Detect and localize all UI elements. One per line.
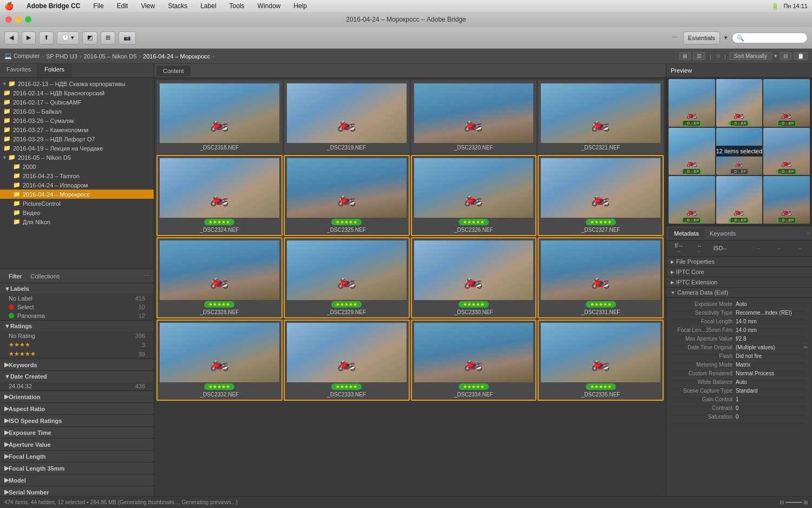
folder-item[interactable]: 📁 2016-02-14 – НДВ Красногорский	[0, 88, 154, 97]
thumb-dsc2329[interactable]: ⊞ 🏍️ ★★★★★ _DSC2329.NEF	[284, 237, 410, 318]
preview-thumb-4[interactable]: 🏍️ ★★★★★ _D...EF	[669, 128, 715, 175]
thumb-dsc2319[interactable]: 🏍️ _DSC2319.NEF	[284, 80, 410, 154]
favorites-tab[interactable]: Favorites	[0, 64, 38, 77]
essentials-button[interactable]: Essentials	[683, 31, 720, 44]
ratings-header[interactable]: ▼ Ratings	[0, 321, 154, 331]
folder-item[interactable]: ▼ 📁 2016-02-13 – НДВ Сказка корпоративы	[0, 79, 154, 88]
thumb-dsc2327[interactable]: ⊞ 🏍️ ★★★★★ _DSC2327.NEF	[538, 155, 664, 236]
search-input[interactable]	[732, 32, 808, 43]
folder-video[interactable]: 📁 Видео	[0, 208, 154, 217]
preview-thumb-8[interactable]: 🏍️ ★★★★★ _D...EF	[716, 176, 763, 224]
reveal-button[interactable]: ◩	[82, 31, 97, 44]
serial-header[interactable]: ▶ Serial Number	[0, 486, 154, 496]
folder-item[interactable]: 📁 2016-03 – Байкал	[0, 107, 154, 116]
thumb-dsc2326[interactable]: ⊞ 🏍️ ★★★★★ _DSC2326.NEF	[411, 155, 537, 236]
folder-tamron[interactable]: 📁 2016-04-23 – Tamron	[0, 171, 154, 180]
thumb-dsc2324[interactable]: ⊞ 🏍️ ★★★★★ _DSC2324.NEF	[156, 155, 283, 236]
preview-thumb-6[interactable]: 🏍️ ★★★★★ _D...EF	[763, 128, 810, 175]
focal35-header[interactable]: ▶ Focal Length 35mm	[0, 463, 154, 474]
thumb-dsc2331[interactable]: ⊞ 🏍️ ★★★★★ _DSC2331.NEF	[538, 237, 664, 318]
filter-select[interactable]: Select 10	[0, 303, 154, 311]
model-header[interactable]: ▶ Model	[0, 474, 154, 486]
back-button[interactable]: ◀	[4, 31, 18, 44]
thumb-dsc2333[interactable]: ⊞ 🏍️ ★★★★★ _DSC2333.NEF	[284, 320, 410, 401]
list-view-button[interactable]: ☰	[693, 52, 705, 60]
labels-header[interactable]: ▼ Labels	[0, 283, 154, 294]
forward-button[interactable]: ▶	[22, 31, 36, 44]
folder-item[interactable]: 📁 2016-02-17 – QubicaAMF	[0, 97, 154, 107]
recent-button[interactable]: 🕐 ▾	[57, 31, 79, 44]
menu-help[interactable]: Help	[291, 2, 309, 10]
focal-header[interactable]: ▶ Focal Length	[0, 451, 154, 462]
thumb-dsc2318[interactable]: 🏍️ _DSC2318.NEF	[156, 80, 283, 154]
date-created-header[interactable]: ▼ Date Created	[0, 371, 154, 382]
exposure-header[interactable]: ▶ Exposure Time	[0, 427, 154, 438]
up-button[interactable]: ⬆	[39, 31, 54, 44]
iptc-extension-header[interactable]: ▶ IPTC Extension	[666, 277, 812, 288]
menu-file[interactable]: File	[91, 2, 106, 10]
thumbnail-view-button[interactable]: ⊞	[679, 52, 691, 60]
thumb-dsc2335[interactable]: ⊞ 🏍️ ★★★★★ _DSC2335.NEF	[538, 320, 664, 401]
keywords-tab[interactable]: Keywords	[704, 228, 741, 239]
preview-thumb-1[interactable]: 🏍️ ★★★★★ _D...EF	[669, 79, 715, 127]
thumb-dsc2334[interactable]: ⊞ 🏍️ ★★★★★ _DSC2334.NEF	[411, 320, 537, 401]
orientation-header[interactable]: ▶ Orientation	[0, 391, 154, 402]
filter-5stars[interactable]: ★★★★★ 39	[0, 349, 154, 359]
sort-button[interactable]: Sort Manually	[729, 52, 772, 60]
open-button[interactable]: ⊞	[101, 31, 115, 44]
breadcrumb-computer[interactable]: 💻 Computer	[4, 53, 40, 60]
filter-date-value[interactable]: 24.04.32 438	[0, 382, 154, 390]
content-tab[interactable]: Content	[156, 66, 191, 76]
menu-bridge[interactable]: Adobe Bridge CC	[24, 2, 82, 10]
camera-button[interactable]: 📷	[119, 31, 136, 44]
folder-2000[interactable]: 📁 2000	[0, 162, 154, 171]
filter-no-label[interactable]: No Label 416	[0, 294, 154, 303]
file-properties-header[interactable]: ▶ File Properties	[666, 257, 812, 267]
folder-item[interactable]: 📁 2016-03-27 – Каменоломни	[0, 125, 154, 134]
close-button[interactable]	[5, 16, 12, 23]
menu-edit[interactable]: Edit	[115, 2, 130, 10]
folders-tab[interactable]: Folders	[38, 64, 71, 77]
apple-menu[interactable]: 🍎	[4, 2, 14, 10]
filter-4stars[interactable]: ★★★★ 3	[0, 340, 154, 349]
thumb-dsc2325[interactable]: ⊞ 🏍️ ★★★★★ _DSC2325.NEF	[284, 155, 410, 236]
metadata-tab[interactable]: Metadata	[669, 228, 704, 239]
filter-panorama[interactable]: Panorama 12	[0, 311, 154, 320]
folder-morokross[interactable]: 📁 2016-04-24 – Морокросс	[0, 190, 154, 199]
zoom-control[interactable]: ⊟ ━━━━━ ⊞	[780, 499, 808, 505]
filter-no-rating[interactable]: No Rating 396	[0, 331, 154, 340]
filter-options[interactable]: ⋯	[143, 272, 149, 279]
folder-picturecontrol[interactable]: 📁 PictureControl	[0, 199, 154, 208]
thumb-dsc2320[interactable]: 🏍️ _DSC2320.NEF	[411, 80, 537, 154]
folder-item[interactable]: 📁 2016-03-26 – Сумаляк	[0, 116, 154, 125]
iptc-core-header[interactable]: ▶ IPTC Core	[666, 267, 812, 277]
keywords-header[interactable]: ▶ Keywords	[0, 359, 154, 370]
preview-thumb-7[interactable]: 🏍️ ★★★★★ _D...EF	[669, 176, 715, 224]
meta-options[interactable]: ≡	[807, 230, 810, 236]
filter-tab[interactable]: Filter	[4, 271, 26, 282]
iso-header[interactable]: ▶ ISO Speed Ratings	[0, 415, 154, 426]
grid-view-button[interactable]: ⊟	[780, 52, 791, 60]
menu-view[interactable]: View	[139, 2, 157, 10]
folder-ippodrom[interactable]: 📁 2016-04-24 – Ипподром	[0, 180, 154, 190]
camera-data-header[interactable]: ▼ Camera Data (Exif)	[666, 288, 812, 298]
preview-thumb-5[interactable]: 🏍️ 12 items selected _D...EF	[716, 128, 763, 175]
menu-label[interactable]: Label	[198, 2, 218, 10]
folder-dla-nikon[interactable]: 📁 Для Nikon	[0, 217, 154, 226]
menu-tools[interactable]: Tools	[227, 2, 247, 10]
breadcrumb-sp[interactable]: SP PHD U3	[46, 53, 77, 60]
details-view-button[interactable]: 📋	[794, 52, 808, 60]
preview-thumb-2[interactable]: 🏍️ ★★★★★ _D...EF	[716, 79, 763, 127]
maximize-button[interactable]	[25, 16, 31, 23]
collections-tab[interactable]: Collections	[26, 271, 64, 282]
edit-datetime-button[interactable]: ✏	[801, 344, 808, 350]
folder-item[interactable]: 📁 2016-04-19 – Лекция на Чердаке	[0, 144, 154, 153]
menu-window[interactable]: Window	[256, 2, 283, 10]
breadcrumb-nikond5[interactable]: 2016-05 – Nikon D5	[84, 53, 137, 60]
thumb-dsc2321[interactable]: 🏍️ _DSC2321.NEF	[538, 80, 664, 154]
minimize-button[interactable]	[15, 16, 22, 23]
thumb-dsc2328[interactable]: ⊞ 🏍️ ★★★★★ _DSC2328.NEF	[156, 237, 283, 318]
preview-thumb-9[interactable]: 🏍️ ★★★★★ _D...EF	[763, 176, 810, 224]
aspect-header[interactable]: ▶ Aspect Ratio	[0, 403, 154, 414]
thumb-dsc2332[interactable]: ⊞ 🏍️ ★★★★★ _DSC2332.NEF	[156, 320, 283, 401]
